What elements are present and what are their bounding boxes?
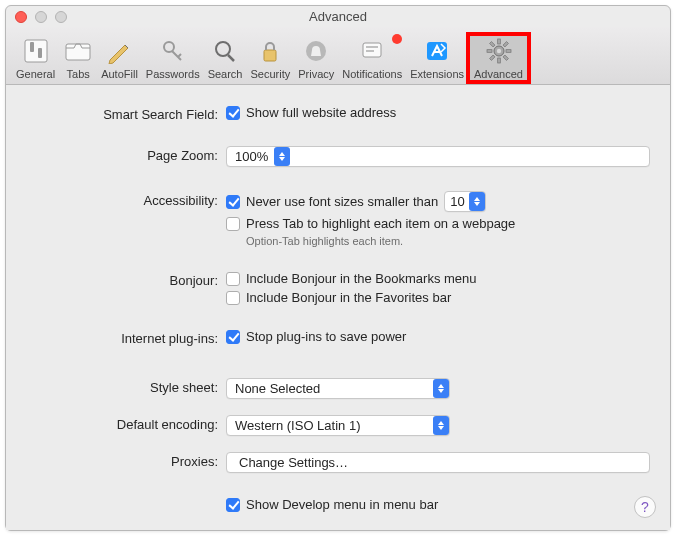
stylesheet-select[interactable]: None Selected xyxy=(226,378,450,399)
checkbox-label: Show Develop menu in menu bar xyxy=(246,497,438,512)
svg-rect-21 xyxy=(503,55,508,60)
accessibility-label: Accessibility: xyxy=(26,191,226,208)
svg-rect-19 xyxy=(489,55,494,60)
stepper-icon xyxy=(274,147,290,166)
tab-label: Search xyxy=(208,68,243,80)
show-develop-checkbox[interactable]: Show Develop menu in menu bar xyxy=(226,497,650,512)
preferences-toolbar: General Tabs AutoFill Passwords Search xyxy=(6,27,670,85)
svg-point-5 xyxy=(216,42,230,56)
close-window-button[interactable] xyxy=(15,11,27,23)
checkbox-input[interactable] xyxy=(226,195,240,209)
gear-icon xyxy=(484,36,514,66)
tab-general[interactable]: General xyxy=(12,34,59,82)
checkbox-label: Include Bonjour in the Favorites bar xyxy=(246,290,451,305)
show-full-address-checkbox[interactable]: Show full website address xyxy=(226,105,650,120)
button-label: Change Settings… xyxy=(239,455,348,470)
press-tab-checkbox[interactable]: Press Tab to highlight each item on a we… xyxy=(226,216,650,231)
help-icon: ? xyxy=(641,499,649,515)
tab-autofill[interactable]: AutoFill xyxy=(97,34,142,82)
stepper-icon xyxy=(433,379,449,398)
svg-rect-3 xyxy=(66,44,90,60)
tab-label: Tabs xyxy=(67,68,90,80)
select-value: None Selected xyxy=(235,381,320,396)
change-proxies-button[interactable]: Change Settings… xyxy=(226,452,650,473)
bonjour-favorites-checkbox[interactable]: Include Bonjour in the Favorites bar xyxy=(226,290,650,305)
privacy-icon xyxy=(301,36,331,66)
checkbox-label: Press Tab to highlight each item on a we… xyxy=(246,216,515,231)
tab-extensions[interactable]: Extensions xyxy=(406,34,468,82)
help-button[interactable]: ? xyxy=(634,496,656,518)
notification-badge xyxy=(392,34,402,44)
tab-label: Passwords xyxy=(146,68,200,80)
tab-passwords[interactable]: Passwords xyxy=(142,34,204,82)
checkbox-label: Never use font sizes smaller than xyxy=(246,194,438,209)
page-zoom-label: Page Zoom: xyxy=(26,146,226,163)
tab-tabs[interactable]: Tabs xyxy=(59,34,97,82)
titlebar: Advanced xyxy=(6,6,670,27)
window-controls xyxy=(6,11,67,23)
min-font-select[interactable]: 10 xyxy=(444,191,485,212)
tab-label: Extensions xyxy=(410,68,464,80)
advanced-pane: Smart Search Field: Show full website ad… xyxy=(6,85,670,530)
tab-privacy[interactable]: Privacy xyxy=(294,34,338,82)
min-font-checkbox[interactable]: Never use font sizes smaller than xyxy=(226,194,438,209)
svg-rect-20 xyxy=(489,42,494,47)
search-icon xyxy=(210,36,240,66)
option-tab-hint: Option-Tab highlights each item. xyxy=(226,235,650,247)
tab-advanced[interactable]: Advanced xyxy=(468,34,529,82)
checkbox-input[interactable] xyxy=(226,498,240,512)
preferences-window: Advanced General Tabs AutoFill Passwords xyxy=(5,5,671,531)
key-icon xyxy=(158,36,188,66)
zoom-window-button[interactable] xyxy=(55,11,67,23)
bonjour-bookmarks-checkbox[interactable]: Include Bonjour in the Bookmarks menu xyxy=(226,271,650,286)
checkbox-input[interactable] xyxy=(226,272,240,286)
proxies-label: Proxies: xyxy=(26,452,226,469)
svg-rect-2 xyxy=(38,48,42,58)
stepper-icon xyxy=(469,192,485,211)
tabs-icon xyxy=(63,36,93,66)
tab-label: Privacy xyxy=(298,68,334,80)
lock-icon xyxy=(255,36,285,66)
tab-label: General xyxy=(16,68,55,80)
plugins-label: Internet plug-ins: xyxy=(26,329,226,346)
tab-label: Security xyxy=(250,68,290,80)
svg-rect-0 xyxy=(25,40,47,62)
svg-rect-17 xyxy=(506,50,511,53)
svg-rect-16 xyxy=(487,50,492,53)
tab-label: Advanced xyxy=(474,68,523,80)
tab-search[interactable]: Search xyxy=(204,34,247,82)
autofill-icon xyxy=(104,36,134,66)
window-title: Advanced xyxy=(6,9,670,24)
svg-rect-14 xyxy=(497,39,500,44)
tab-security[interactable]: Security xyxy=(246,34,294,82)
svg-point-13 xyxy=(496,49,500,53)
checkbox-input[interactable] xyxy=(226,330,240,344)
select-value: 100% xyxy=(235,149,268,164)
encoding-label: Default encoding: xyxy=(26,415,226,432)
tab-notifications[interactable]: Notifications xyxy=(338,34,406,82)
general-icon xyxy=(21,36,51,66)
tab-label: Notifications xyxy=(342,68,402,80)
encoding-select[interactable]: Western (ISO Latin 1) xyxy=(226,415,450,436)
checkbox-label: Show full website address xyxy=(246,105,396,120)
bonjour-label: Bonjour: xyxy=(26,271,226,288)
tab-label: AutoFill xyxy=(101,68,138,80)
svg-rect-9 xyxy=(366,46,378,48)
minimize-window-button[interactable] xyxy=(35,11,47,23)
checkbox-input[interactable] xyxy=(226,106,240,120)
stepper-icon xyxy=(433,416,449,435)
smart-search-label: Smart Search Field: xyxy=(26,105,226,122)
notifications-icon xyxy=(357,36,387,66)
checkbox-input[interactable] xyxy=(226,217,240,231)
extensions-icon xyxy=(422,36,452,66)
select-value: Western (ISO Latin 1) xyxy=(235,418,360,433)
svg-rect-6 xyxy=(264,50,276,61)
checkbox-label: Include Bonjour in the Bookmarks menu xyxy=(246,271,477,286)
svg-rect-1 xyxy=(30,42,34,52)
svg-rect-18 xyxy=(503,42,508,47)
svg-rect-15 xyxy=(497,58,500,63)
page-zoom-select[interactable]: 100% xyxy=(226,146,650,167)
checkbox-input[interactable] xyxy=(226,291,240,305)
svg-rect-10 xyxy=(366,50,374,52)
stop-plugins-checkbox[interactable]: Stop plug-ins to save power xyxy=(226,329,650,344)
